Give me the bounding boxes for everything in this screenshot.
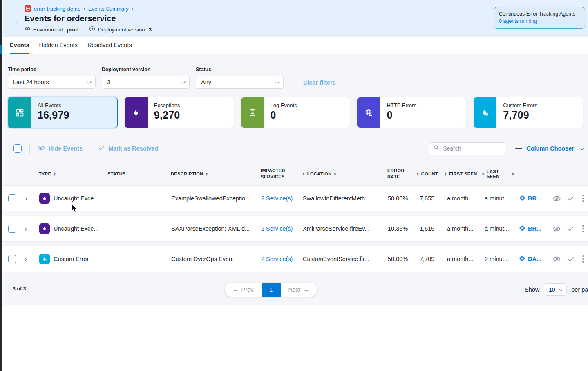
current-page-button[interactable]: 1	[262, 283, 281, 297]
mark-resolved-label: Mark as Resolved	[108, 145, 159, 152]
page-header: error-tracking-demo › Events Summary › ←…	[3, 0, 588, 37]
sort-icon[interactable]: ▲▼	[53, 172, 56, 176]
tab-resolved-events[interactable]: Resolved Events	[87, 37, 132, 54]
page-size-select[interactable]: 10	[544, 283, 567, 296]
table-row[interactable]: › Uncaught Exce... ExampleSwallowedExcep…	[3, 185, 588, 211]
jira-issue-icon	[519, 225, 525, 233]
stat-card-value: 0	[387, 109, 416, 121]
column-header-last-seen[interactable]: ▲▼ LAST SEEN ▲▼	[479, 169, 514, 179]
row-checkbox[interactable]	[8, 255, 16, 263]
stat-card-exceptions[interactable]: Exceptions 9,270	[124, 97, 234, 128]
row-menu-icon[interactable]	[581, 255, 586, 263]
stat-cards-row: All Events 16,979 Exceptions 9,270 Log	[8, 97, 583, 128]
mark-resolved-button[interactable]: Mark as Resolved	[98, 144, 159, 153]
sort-icon[interactable]: ▲▼	[482, 172, 485, 176]
row-expander-chevron-icon[interactable]: ›	[21, 194, 35, 203]
column-header-first-seen[interactable]: ▲▼ FIRST SEEN	[442, 171, 479, 176]
error-rate: 50.00%	[379, 256, 414, 262]
ticket-link[interactable]: BR...	[515, 195, 550, 202]
column-header-count[interactable]: ▲▼ COUNT	[413, 171, 442, 176]
row-menu-icon[interactable]	[581, 225, 586, 232]
environment-label: Environment:	[33, 27, 65, 33]
flame-icon	[39, 193, 50, 204]
row-expander-chevron-icon[interactable]: ›	[21, 254, 35, 263]
results-summary: 3 of 3	[13, 286, 26, 292]
hide-event-icon[interactable]	[552, 194, 561, 203]
search-box	[429, 142, 506, 155]
search-icon	[433, 144, 440, 153]
sort-icon[interactable]: ▲▼	[302, 172, 305, 176]
collapsed-nav-strip	[0, 0, 2, 371]
row-checkbox[interactable]	[8, 225, 16, 233]
show-label: Show	[525, 286, 539, 293]
next-page-button[interactable]: Next →	[281, 283, 317, 297]
impacted-services-link[interactable]: 2 Service(s)	[254, 225, 299, 232]
prev-page-button[interactable]: ← Prev	[225, 283, 262, 297]
agents-status-card[interactable]: Continuous Error Tracking Agents 0 agent…	[494, 7, 585, 29]
time-period-filter: Time period Last 24 hours	[8, 67, 96, 89]
breadcrumb-section-link[interactable]: Events Summary	[88, 6, 129, 12]
time-period-select[interactable]: Last 24 hours	[8, 76, 96, 89]
resolve-check-icon[interactable]	[567, 195, 575, 202]
breadcrumb-project-link[interactable]: error-tracking-demo	[34, 6, 80, 12]
impacted-services-link[interactable]: 2 Service(s)	[254, 256, 299, 262]
event-type: Uncaught Exce...	[54, 225, 98, 232]
chevron-down-icon[interactable]	[580, 146, 584, 150]
stat-card-log-events[interactable]: Log Events 0	[241, 97, 351, 128]
agents-running-link[interactable]: 0 agents running	[499, 18, 580, 25]
event-type: Uncaught Exce...	[54, 195, 98, 202]
impacted-services-link[interactable]: 2 Service(s)	[254, 195, 299, 202]
flame-icon	[39, 223, 50, 234]
row-expander-chevron-icon[interactable]: ›	[21, 224, 35, 233]
sort-icon[interactable]: ▲▼	[206, 172, 208, 176]
deployment-version-select[interactable]: 3	[102, 76, 190, 89]
first-seen: a month...	[442, 256, 480, 262]
event-count: 7,709	[414, 256, 442, 262]
sort-icon[interactable]: ▲▼	[416, 172, 419, 176]
stat-card-custom-errors[interactable]: Custom Errors 7,709	[473, 97, 583, 128]
hide-events-label: Hide Events	[49, 145, 83, 152]
column-header-impacted-services: IMPACTED SERVICES	[253, 168, 298, 180]
ticket-link[interactable]: BR...	[515, 225, 550, 233]
hide-event-icon[interactable]	[552, 225, 561, 233]
status-filter: Status Any	[196, 67, 284, 89]
stat-card-value: 7,709	[503, 109, 537, 121]
sort-icon[interactable]: ▲▼	[512, 172, 514, 176]
last-seen: a minut...	[480, 195, 515, 202]
stat-card-all-events[interactable]: All Events 16,979	[8, 97, 118, 128]
flame-gear-icon	[39, 254, 50, 264]
back-arrow-icon[interactable]: ←	[13, 16, 22, 25]
search-input[interactable]	[443, 145, 496, 152]
column-header-type[interactable]: TYPE ▲▼	[35, 171, 103, 176]
resolve-check-icon[interactable]	[567, 225, 575, 232]
stat-card-value: 0	[271, 109, 297, 121]
column-chooser-icon[interactable]	[515, 146, 522, 152]
clear-filters-button[interactable]: Clear filters	[303, 79, 336, 86]
hide-events-button[interactable]: Hide Events	[38, 144, 83, 153]
status-select[interactable]: Any	[196, 76, 284, 89]
resolve-check-icon[interactable]	[567, 255, 575, 263]
stat-card-http-errors[interactable]: HTTP Errors 0	[357, 97, 467, 128]
event-type: Custom Error	[54, 256, 89, 262]
deployment-meta: Deployment version: 3	[89, 26, 152, 33]
select-all-checkbox[interactable]	[13, 144, 22, 153]
tab-events[interactable]: Events	[10, 37, 29, 54]
error-rate: 10.36%	[379, 225, 414, 232]
ticket-link[interactable]: DA...	[515, 255, 550, 263]
column-chooser-button[interactable]: Column Chooser	[526, 145, 574, 152]
event-location: CustomEventService.fir...	[299, 256, 379, 262]
table-row[interactable]: › Uncaught Exce... SAXParseException: XM…	[3, 216, 588, 242]
sort-icon[interactable]: ▲▼	[334, 172, 337, 176]
environment-icon	[25, 26, 31, 33]
row-menu-icon[interactable]	[581, 195, 586, 202]
page-size-group: Show 10 per page	[525, 283, 588, 296]
hide-event-icon[interactable]	[552, 255, 561, 263]
row-checkbox[interactable]	[8, 194, 16, 202]
tab-hidden-events[interactable]: Hidden Events	[39, 37, 78, 54]
jira-issue-icon	[519, 255, 525, 263]
column-header-location[interactable]: ▲▼ LOCATION ▲▼	[298, 171, 378, 176]
column-header-description[interactable]: DESCRIPTION ▲▼	[167, 171, 253, 176]
table-row[interactable]: › Custom Error Custom OverOps Event 2 Se…	[3, 246, 588, 272]
nav-accent-segment	[0, 45, 2, 54]
sort-icon[interactable]: ▲▼	[444, 172, 447, 176]
